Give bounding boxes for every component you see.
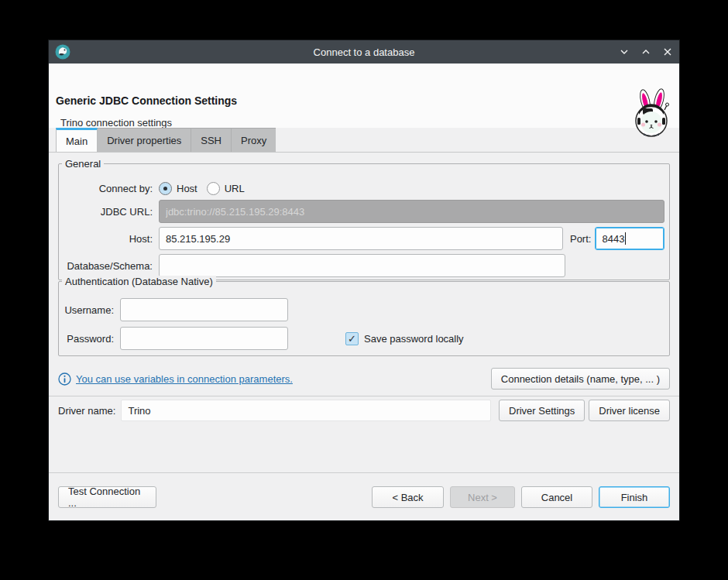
variables-link[interactable]: You can use variables in connection para… [76,373,293,385]
port-field[interactable]: 8443 [595,227,664,250]
driver-row: Driver name: Trino Driver Settings Drive… [58,400,670,421]
database-schema-label: Database/Schema: [64,260,159,272]
trino-bunny-icon [630,88,675,138]
chevron-up-icon [640,46,651,57]
tab-bar: Main Driver properties SSH Proxy [56,128,276,152]
database-schema-field[interactable] [159,254,565,277]
authentication-group-legend: Authentication (Database Native) [62,276,216,288]
driver-settings-button[interactable]: Driver Settings [499,400,585,421]
tab-proxy[interactable]: Proxy [231,128,276,152]
finish-button[interactable]: Finish [599,486,670,508]
separator [49,472,679,473]
radio-host-label: Host [177,183,197,194]
close-icon [662,46,673,57]
port-label: Port: [563,233,595,245]
checkbox-check-icon[interactable]: ✓ [345,332,359,345]
tab-ssh[interactable]: SSH [191,128,231,152]
connection-details-button[interactable]: Connection details (name, type, ... ) [491,368,670,390]
general-group-legend: General [62,158,104,170]
save-password-label: Save password locally [364,333,464,345]
jdbc-url-label: JDBC URL: [64,206,159,218]
separator [49,396,679,396]
info-icon [58,372,71,386]
titlebar[interactable]: Connect to a database [49,40,679,63]
footer-button-bar: Test Connection ... < Back Next > Cancel… [58,486,670,508]
tab-separator [49,152,679,153]
driver-license-button[interactable]: Driver license [589,400,670,421]
test-connection-button[interactable]: Test Connection ... [58,486,156,508]
password-label: Password: [64,333,120,345]
radio-url-control[interactable] [207,182,220,195]
cancel-button[interactable]: Cancel [521,486,592,508]
page-title: Generic JDBC Connection Settings [56,94,237,107]
close-button[interactable] [661,45,675,59]
back-button[interactable]: < Back [372,486,444,508]
authentication-group: Authentication (Database Native) Usernam… [58,281,670,356]
radio-host[interactable]: Host [159,182,197,195]
window-title: Connect to a database [49,46,679,58]
driver-name-label: Driver name: [58,405,121,417]
port-value: 8443 [602,233,624,245]
maximize-button[interactable] [639,45,653,59]
username-field[interactable] [120,298,288,321]
page-subtitle: Trino connection settings [60,117,172,129]
host-field[interactable] [159,227,563,250]
radio-host-control[interactable] [159,182,172,195]
text-cursor [625,232,626,245]
minimize-button[interactable] [617,45,631,59]
tab-driver-properties[interactable]: Driver properties [98,128,191,152]
chevron-down-icon [619,46,630,57]
username-label: Username: [64,304,120,316]
wizard-header: Generic JDBC Connection Settings Trino c… [49,63,679,128]
tab-main[interactable]: Main [56,128,98,152]
radio-url-label: URL [225,183,245,194]
general-group: General Connect by: Host URL JDBC URL: H… [58,163,670,280]
connect-by-label: Connect by: [64,183,159,194]
password-field[interactable] [120,327,288,350]
connect-database-dialog: Connect to a database Generic JDBC Conne… [49,40,679,520]
radio-url[interactable]: URL [207,182,245,195]
save-password-checkbox[interactable]: ✓ Save password locally [345,332,464,345]
host-label: Host: [64,233,159,245]
jdbc-url-field [159,200,664,223]
next-button: Next > [450,486,515,508]
driver-name-value: Trino [121,400,491,421]
hint-row: You can use variables in connection para… [58,368,670,390]
